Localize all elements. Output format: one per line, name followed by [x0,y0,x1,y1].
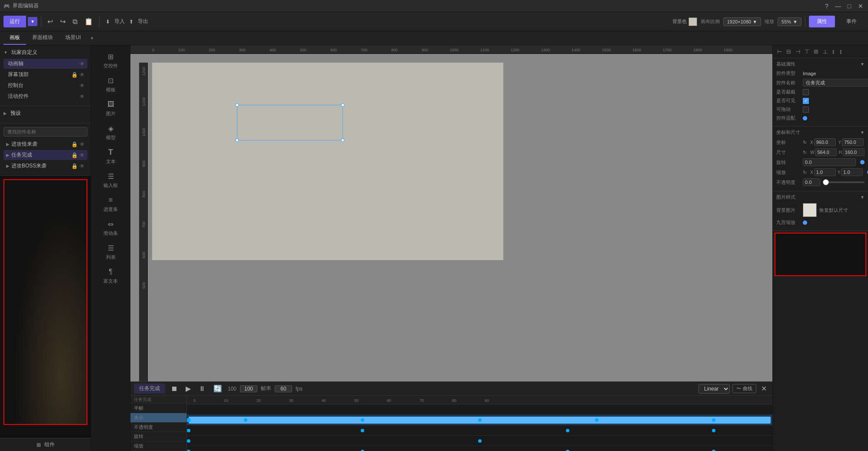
widget-task-complete[interactable]: ▶ 任务完成 🔒 👁 [3,150,87,160]
tl-play-button[interactable]: ▶ [183,384,193,394]
widget-cat-richtext[interactable]: ¶ 富文本 [93,264,128,287]
widget-cat-list[interactable]: ☰ 列表 [93,240,128,263]
close-button[interactable]: ✕ [857,2,865,10]
restore-size-button[interactable]: 恢复默认尺寸 [819,207,848,214]
align-top-button[interactable]: ⊤ [803,47,811,56]
vis-icon-w3[interactable]: 👁 [80,163,85,169]
widget-search-input[interactable] [3,127,87,137]
tl-loop-button[interactable]: 🔄 [211,384,224,394]
run-dropdown-button[interactable]: ▼ [28,17,37,26]
size-h-input[interactable] [843,148,865,156]
export-button[interactable]: ⬆ [126,17,136,27]
visibility-icon-2[interactable]: 👁 [80,83,85,89]
opacity-thumb[interactable] [823,179,829,185]
kf-rotation-2[interactable] [478,439,482,443]
widget-cat-empty[interactable]: ⊞ 空控件 [93,49,128,72]
vis-icon-w2[interactable]: 👁 [80,152,85,158]
widget-cat-slider[interactable]: ⇔ 滑动条 [93,216,128,239]
widget-cat-image[interactable]: 🖼 图片 [93,97,128,120]
bg-color-selector[interactable]: 背景色 [672,17,697,26]
collapse-coords[interactable]: ▼ [860,130,865,135]
widget-attack-monster[interactable]: ▶ 进攻怪来袭 🔒 👁 [3,139,87,149]
tab-scene-ui[interactable]: 场景UI [59,31,87,45]
scale-x-input[interactable] [814,168,836,176]
visibility-icon-1[interactable]: 👁 [80,72,85,78]
lock-icon-1[interactable]: 🔒 [71,72,78,78]
handle-br[interactable] [341,139,344,142]
tl-track-size[interactable] [187,415,772,425]
coord-refresh-icon[interactable]: ↻ [803,140,807,145]
kf-size-4[interactable] [478,418,482,422]
handle-tl[interactable] [236,104,239,107]
opacity-input[interactable] [803,178,820,186]
tl-pause-button[interactable]: ⏸ [196,384,208,394]
widget-cat-model[interactable]: ◈ 模型 [93,120,128,144]
help-button[interactable]: ? [823,2,831,10]
scale-y-input[interactable] [841,168,863,176]
kf-opacity-4[interactable] [712,429,715,432]
widget-attack-boss[interactable]: ▶ 进攻BOSS来袭 🔒 👁 [3,161,87,171]
opacity-slider[interactable] [823,181,865,183]
widget-cat-template[interactable]: ⊡ 模板 [93,73,128,96]
tl-track-scale[interactable] [187,446,772,451]
attributes-button[interactable]: 属性 [809,16,835,27]
kf-opacity-1[interactable] [187,429,190,432]
align-center-v-button[interactable]: ⊞ [812,47,820,56]
widget-cat-progress[interactable]: ≡ 进度条 [93,192,128,215]
kf-opacity-3[interactable] [566,429,569,432]
frame-input[interactable] [240,385,257,392]
redo-button[interactable]: ↪ [57,16,68,27]
align-left-button[interactable]: ⊢ [775,47,784,56]
widget-cat-text[interactable]: T 文本 [93,144,128,167]
zoom-button[interactable]: 55% ▼ [778,17,801,26]
kf-size-6[interactable] [712,418,715,422]
import-button[interactable]: ⬇ [103,17,113,27]
tab-module[interactable]: 界面模块 [26,31,59,45]
tl-track-opacity[interactable] [187,425,772,436]
draggable-checkbox[interactable] [803,107,809,113]
clip-checkbox[interactable] [803,89,809,95]
visibility-icon-3[interactable]: 👁 [80,94,85,100]
canvas-document[interactable] [152,63,503,260]
widget-cat-input[interactable]: ☰ 输入框 [93,168,128,191]
minimize-button[interactable]: — [834,2,842,10]
copy-button[interactable]: ⧉ [70,16,80,27]
maximize-button[interactable]: □ [845,2,853,10]
size-w-input[interactable] [815,148,837,156]
align-center-h-button[interactable]: ⊟ [785,47,793,56]
fps-input[interactable] [275,385,292,392]
tab-add-button[interactable]: + [87,33,97,43]
distribute-h-button[interactable]: ⫿ [830,47,837,56]
kf-opacity-2[interactable] [361,429,364,432]
run-button[interactable]: 运行 [3,16,26,27]
timeline-close-button[interactable]: ✕ [759,384,769,394]
curve-button[interactable]: 〜 曲线 [732,384,756,393]
kf-size-1[interactable] [187,418,190,422]
kf-size-5[interactable] [595,418,599,422]
size-lock-icon[interactable]: ↻ [803,150,807,155]
vis-icon-w1[interactable]: 👁 [80,141,85,147]
align-bottom-button[interactable]: ⊥ [821,47,829,56]
visible-checkbox[interactable]: ✓ [803,98,809,104]
tl-label-size[interactable]: 大小 [130,413,186,423]
tl-track-rotation[interactable] [187,436,772,446]
kf-size-2[interactable] [244,418,247,422]
canvas-ratio-button[interactable]: 1920×1080 ▼ [723,17,761,26]
timeline-track-area[interactable]: 0 10 20 30 40 50 60 70 80 90 [187,396,772,451]
kf-size-3[interactable] [361,418,364,422]
handle-tr[interactable] [341,104,344,107]
layer-item-screen-top[interactable]: 屏幕顶部 🔒 👁 [3,70,87,80]
lock-icon-w3[interactable]: 🔒 [71,163,78,169]
layer-item-animation[interactable]: 动画轴 👁 [3,59,87,69]
paste-button[interactable]: 📋 [82,16,96,27]
easing-select[interactable]: Linear [698,384,730,394]
align-right-button[interactable]: ⊣ [794,47,802,56]
undo-button[interactable]: ↩ [45,16,56,27]
distribute-v-button[interactable]: ⫿ [838,47,844,56]
events-button[interactable]: 事件 [838,16,865,27]
preset-expand-icon[interactable]: ▶ [3,111,7,116]
layer-item-active-control[interactable]: 活动控件 👁 [3,91,87,101]
collapse-img[interactable]: ▼ [860,195,865,200]
timeline-clip-name[interactable]: 任务完成 [134,384,165,394]
scale-refresh-icon[interactable]: ↻ [803,170,807,175]
